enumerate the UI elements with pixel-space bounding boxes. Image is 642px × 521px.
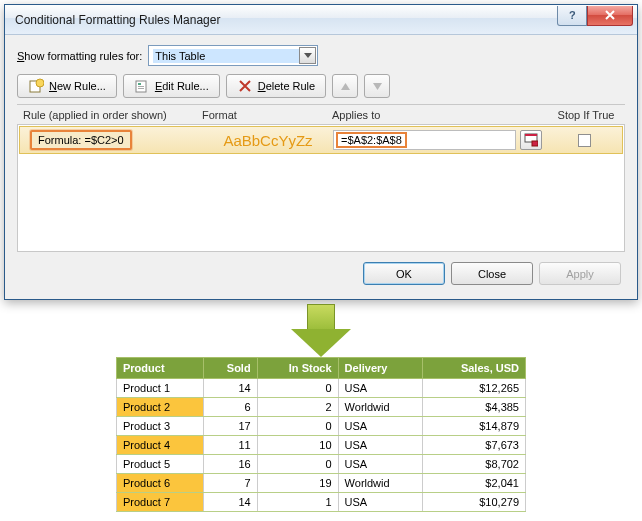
table-header[interactable]: Product [117,358,204,379]
delete-rule-button[interactable]: Delete Rule [226,74,327,98]
table-header[interactable]: Sold [204,358,257,379]
close-dialog-button[interactable]: Close [451,262,533,285]
table-header[interactable]: Delivery [338,358,422,379]
table-cell[interactable]: Product 2 [117,398,204,417]
dialog-title: Conditional Formatting Rules Manager [15,13,557,27]
table-cell[interactable]: Product 7 [117,493,204,512]
close-button[interactable] [587,6,633,26]
table-cell[interactable]: Product 5 [117,455,204,474]
table-cell[interactable]: $4,385 [422,398,525,417]
table-header[interactable]: Sales, USD [422,358,525,379]
table-cell[interactable]: $12,265 [422,379,525,398]
toolbar: New Rule... Edit Rule... Delete Rule [17,74,625,98]
rule-description-cell: Formula: =$C2>0 [20,127,203,153]
edit-rule-button[interactable]: Edit Rule... [123,74,220,98]
table-cell[interactable]: 10 [257,436,338,455]
col-stop-header: Stop If True [547,109,625,121]
table-cell[interactable]: 14 [204,379,257,398]
table-row[interactable]: Product 5160USA$8,702 [117,455,526,474]
chevron-down-icon[interactable] [299,47,316,64]
svg-rect-4 [138,83,141,85]
delete-icon [237,78,253,94]
show-rules-label: Show formatting rules for: [17,50,142,62]
down-arrow-icon [291,304,351,359]
svg-rect-5 [138,86,144,87]
table-cell[interactable]: USA [338,417,422,436]
table-cell[interactable]: 0 [257,379,338,398]
table-row[interactable]: Product 1140USA$12,265 [117,379,526,398]
rule-applies-cell: =$A$2:$A$8 [333,127,546,153]
table-cell[interactable]: 0 [257,417,338,436]
table-row[interactable]: Product 41110USA$7,673 [117,436,526,455]
table-cell[interactable]: 2 [257,398,338,417]
column-headers: Rule (applied in order shown) Format App… [17,105,625,124]
table-cell[interactable]: $7,673 [422,436,525,455]
dialog-buttons: OK Close Apply [17,252,625,287]
table-header[interactable]: In Stock [257,358,338,379]
help-button[interactable]: ? [557,6,587,26]
table-cell[interactable]: Worldwid [338,474,422,493]
rule-formula: Formula: =$C2>0 [30,130,132,150]
table-cell[interactable]: $8,702 [422,455,525,474]
svg-rect-8 [525,134,537,136]
ok-button[interactable]: OK [363,262,445,285]
spreadsheet-table: ProductSoldIn StockDeliverySales, USD Pr… [116,357,526,512]
table-cell[interactable]: $10,279 [422,493,525,512]
rule-format-preview: AaBbCcYyZz [203,127,333,153]
new-rule-button[interactable]: New Rule... [17,74,117,98]
rule-row[interactable]: Formula: =$C2>0 AaBbCcYyZz =$A$2:$A$8 [19,126,623,154]
col-format-header: Format [202,109,332,121]
scope-select[interactable]: This Table [148,45,318,66]
table-cell[interactable]: 7 [204,474,257,493]
table-cell[interactable]: Product 6 [117,474,204,493]
table-cell[interactable]: 17 [204,417,257,436]
rule-stop-cell [546,127,622,153]
apply-button[interactable]: Apply [539,262,621,285]
table-cell[interactable]: 0 [257,455,338,474]
table-cell[interactable]: 1 [257,493,338,512]
arrow-graphic [0,304,642,359]
col-applies-header: Applies to [332,109,547,121]
rules-manager-dialog: Conditional Formatting Rules Manager ? S… [4,4,638,300]
scope-select-value: This Table [153,49,313,63]
table-cell[interactable]: Product 3 [117,417,204,436]
table-row[interactable]: Product 262Worldwid$4,385 [117,398,526,417]
svg-point-2 [36,79,44,87]
svg-text:?: ? [569,9,576,21]
table-cell[interactable]: USA [338,436,422,455]
table-cell[interactable]: Product 4 [117,436,204,455]
table-cell[interactable]: 14 [204,493,257,512]
dialog-body: Show formatting rules for: This Table Ne… [5,35,637,299]
applies-to-input[interactable]: =$A$2:$A$8 [333,130,516,150]
svg-rect-6 [138,88,144,89]
move-down-button[interactable] [364,74,390,98]
titlebar[interactable]: Conditional Formatting Rules Manager ? [5,5,637,35]
table-cell[interactable]: USA [338,379,422,398]
stop-if-true-checkbox[interactable] [578,134,591,147]
move-up-button[interactable] [332,74,358,98]
table-row[interactable]: Product 6719Worldwid$2,041 [117,474,526,493]
result-table: ProductSoldIn StockDeliverySales, USD Pr… [116,357,526,512]
table-cell[interactable]: $2,041 [422,474,525,493]
rules-list[interactable]: Formula: =$C2>0 AaBbCcYyZz =$A$2:$A$8 [17,124,625,252]
window-buttons: ? [557,6,637,26]
table-cell[interactable]: USA [338,455,422,474]
applies-to-value: =$A$2:$A$8 [336,132,407,148]
table-cell[interactable]: USA [338,493,422,512]
range-picker-button[interactable] [520,130,542,150]
new-rule-icon [28,78,44,94]
table-row[interactable]: Product 3170USA$14,879 [117,417,526,436]
table-cell[interactable]: 19 [257,474,338,493]
table-cell[interactable]: Worldwid [338,398,422,417]
edit-rule-icon [134,78,150,94]
svg-rect-9 [532,141,538,146]
table-cell[interactable]: $14,879 [422,417,525,436]
table-cell[interactable]: 6 [204,398,257,417]
table-row[interactable]: Product 7141USA$10,279 [117,493,526,512]
col-rule-header: Rule (applied in order shown) [17,109,202,121]
table-cell[interactable]: 11 [204,436,257,455]
table-cell[interactable]: Product 1 [117,379,204,398]
table-cell[interactable]: 16 [204,455,257,474]
